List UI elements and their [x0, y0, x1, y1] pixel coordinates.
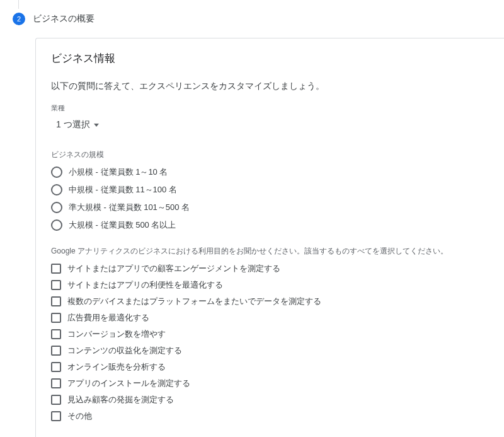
radio-label: 中規模 - 従業員数 11～100 名 [69, 184, 177, 195]
checkbox-label: サイトまたはアプリの利便性を最適化する [67, 279, 223, 291]
checkbox-icon [51, 280, 61, 290]
step-line [18, 0, 19, 9]
purpose-option-usability[interactable]: サイトまたはアプリの利便性を最適化する [51, 279, 489, 291]
checkbox-icon [51, 346, 61, 356]
card-intro: 以下の質問に答えて、エクスペリエンスをカスタマイズしましょう。 [51, 81, 489, 92]
checkbox-label: 見込み顧客の発掘を測定する [67, 394, 174, 405]
purpose-checkbox-group: サイトまたはアプリでの顧客エンゲージメントを測定する サイトまたはアプリの利便性… [51, 263, 489, 422]
checkbox-label: 広告費用を最適化する [67, 312, 149, 323]
size-option-xlarge[interactable]: 大規模 - 従業員数 500 名以上 [51, 219, 489, 231]
chevron-down-icon [94, 124, 99, 127]
purpose-option-onlinesales[interactable]: オンライン販売を分析する [51, 361, 489, 373]
business-info-card: ビジネス情報 以下の質問に答えて、エクスペリエンスをカスタマイズしましょう。 業… [35, 38, 504, 437]
checkbox-label: コンテンツの収益化を測定する [67, 345, 182, 356]
checkbox-label: その他 [67, 411, 92, 422]
step-header: 2 ビジネスの概要 [6, 13, 504, 25]
industry-label: 業種 [51, 103, 489, 113]
checkbox-label: オンライン販売を分析する [67, 361, 166, 373]
purpose-option-leads[interactable]: 見込み顧客の発掘を測定する [51, 394, 489, 405]
checkbox-label: サイトまたはアプリでの顧客エンゲージメントを測定する [67, 263, 280, 274]
checkbox-icon [51, 378, 61, 388]
step-title: ビジネスの概要 [33, 13, 94, 25]
checkbox-icon [51, 411, 61, 421]
radio-icon [51, 184, 62, 195]
size-option-large[interactable]: 準大規模 - 従業員数 101～500 名 [51, 202, 489, 213]
checkbox-icon [51, 313, 61, 323]
step-badge: 2 [13, 13, 25, 25]
radio-icon [51, 166, 62, 178]
checkbox-label: アプリのインストールを測定する [67, 378, 190, 389]
size-option-medium[interactable]: 中規模 - 従業員数 11～100 名 [51, 184, 489, 195]
radio-label: 大規模 - 従業員数 500 名以上 [69, 219, 176, 231]
industry-dropdown[interactable]: 1 つ選択 [51, 115, 99, 134]
radio-icon [51, 219, 62, 231]
checkbox-label: 複数のデバイスまたはプラットフォームをまたいでデータを測定する [67, 296, 321, 307]
size-option-small[interactable]: 小規模 - 従業員数 1～10 名 [51, 166, 489, 178]
purpose-label: Google アナリティクスのビジネスにおける利用目的をお聞かせください。該当す… [51, 246, 489, 257]
purpose-option-engagement[interactable]: サイトまたはアプリでの顧客エンゲージメントを測定する [51, 263, 489, 274]
size-label: ビジネスの規模 [51, 149, 489, 160]
checkbox-icon [51, 329, 61, 339]
checkbox-icon [51, 362, 61, 372]
radio-icon [51, 202, 62, 213]
purpose-option-adspend[interactable]: 広告費用を最適化する [51, 312, 489, 323]
checkbox-icon [51, 296, 61, 306]
checkbox-icon [51, 395, 61, 405]
checkbox-icon [51, 264, 61, 274]
purpose-option-other[interactable]: その他 [51, 411, 489, 422]
radio-label: 小規模 - 従業員数 1～10 名 [69, 166, 168, 178]
purpose-option-conversions[interactable]: コンバージョン数を増やす [51, 329, 489, 340]
purpose-option-appinstalls[interactable]: アプリのインストールを測定する [51, 378, 489, 389]
size-radio-group: 小規模 - 従業員数 1～10 名 中規模 - 従業員数 11～100 名 準大… [51, 166, 489, 231]
purpose-option-monetization[interactable]: コンテンツの収益化を測定する [51, 345, 489, 356]
purpose-option-crossdevice[interactable]: 複数のデバイスまたはプラットフォームをまたいでデータを測定する [51, 296, 489, 307]
checkbox-label: コンバージョン数を増やす [67, 329, 166, 340]
radio-label: 準大規模 - 従業員数 101～500 名 [69, 202, 190, 213]
card-title: ビジネス情報 [51, 51, 489, 66]
industry-selected: 1 つ選択 [56, 119, 90, 131]
